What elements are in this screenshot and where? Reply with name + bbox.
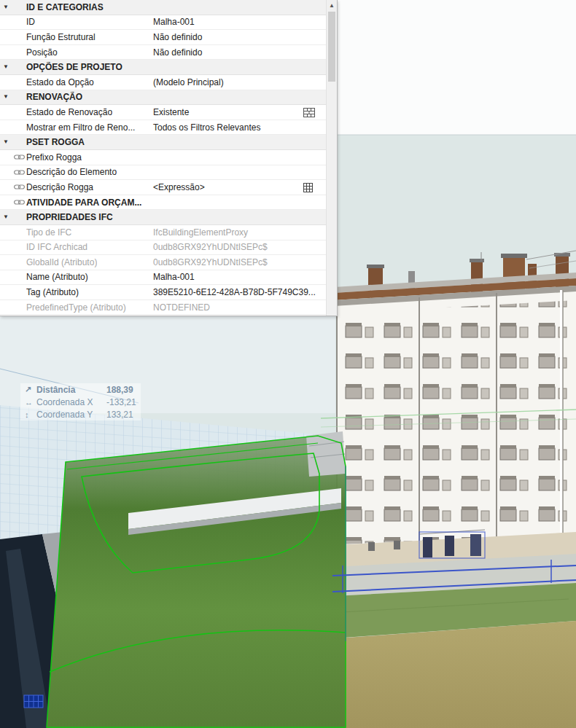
- distance-readout: ↗ Distância 188,39: [20, 383, 141, 396]
- chain-link-icon: [12, 154, 26, 160]
- scroll-up-icon: ▲: [329, 2, 335, 9]
- property-label: Tipo de IFC: [26, 227, 71, 238]
- property-label: Descrição Rogga: [26, 182, 93, 192]
- property-value: IfcBuildingElementProxy: [153, 227, 248, 238]
- property-row-globalid[interactable]: GlobalId (Atributo) 0udb8GRX92YhUDNtISEP…: [0, 255, 327, 270]
- section-header-pset-rogga[interactable]: ▼ PSET ROGGA: [0, 135, 327, 150]
- coord-y-label: Coordenada Y: [36, 410, 106, 420]
- properties-list: ▼ ID E CATEGORIAS ID Malha-001 Função Es…: [0, 0, 327, 316]
- table-grid-icon[interactable]: [303, 182, 313, 195]
- property-row-mostrar-filtro[interactable]: Mostrar em Filtro de Reno... Todos os Fi…: [0, 120, 327, 136]
- section-title: OPÇÕES DE PROJETO: [26, 62, 122, 72]
- property-value: 0udb8GRX92YhUDNtISEPc$: [153, 257, 268, 267]
- distance-arrow-icon: ↗: [25, 385, 36, 394]
- property-value[interactable]: Não definido: [153, 32, 202, 42]
- collapse-arrow-icon[interactable]: ▼: [0, 94, 12, 100]
- property-row-id[interactable]: ID Malha-001: [0, 15, 327, 31]
- property-label: ID: [26, 17, 35, 27]
- property-row-descricao-elemento[interactable]: Descrição do Elemento: [0, 165, 327, 181]
- property-row-tipo-ifc[interactable]: Tipo de IFC IfcBuildingElementProxy: [0, 225, 327, 240]
- section-title: PSET ROGGA: [26, 137, 85, 147]
- property-label: Posição: [26, 47, 58, 58]
- properties-panel: ▼ ID E CATEGORIAS ID Malha-001 Função Es…: [0, 0, 338, 316]
- property-value[interactable]: Todos os Filtros Relevantes: [153, 122, 260, 133]
- chain-link-icon: [12, 169, 26, 176]
- property-value[interactable]: <Expressão>: [153, 182, 205, 192]
- collapse-arrow-icon[interactable]: ▼: [0, 214, 12, 220]
- property-row-name-atributo[interactable]: Name (Atributo) Malha-001: [0, 270, 327, 286]
- property-value[interactable]: Malha-001: [153, 17, 195, 27]
- property-row-estado-da-opcao[interactable]: Estado da Opção (Modelo Principal): [0, 75, 327, 90]
- section-title: PROPRIEDADES IFC: [26, 212, 113, 222]
- property-row-tag-atributo[interactable]: Tag (Atributo) 389E5210-6E12-428A-B78D-5…: [0, 285, 327, 300]
- collapse-arrow-icon[interactable]: ▼: [0, 64, 12, 70]
- property-row-descricao-rogga[interactable]: Descrição Rogga <Expressão>: [0, 180, 327, 195]
- measurement-overlay: ↗ Distância 188,39 ↔ Coordenada X -133,2…: [20, 383, 141, 420]
- property-row-posicao[interactable]: Posição Não definido: [0, 45, 327, 60]
- property-value[interactable]: Existente: [153, 107, 189, 117]
- property-label: Tag (Atributo): [26, 287, 79, 297]
- coord-x-value: -133,21: [106, 397, 136, 407]
- property-label: GlobalId (Atributo): [26, 257, 97, 267]
- coord-x-label: Coordenada X: [36, 397, 106, 407]
- horizontal-arrow-icon: ↔: [25, 398, 36, 407]
- collapse-arrow-icon[interactable]: ▼: [0, 4, 12, 10]
- section-header-renovacao[interactable]: ▼ RENOVAÇÃO: [0, 90, 327, 106]
- section-title: RENOVAÇÃO: [26, 92, 82, 102]
- chain-link-icon: [12, 199, 26, 206]
- scrollbar-thumb[interactable]: [328, 12, 335, 82]
- coord-x-readout: ↔ Coordenada X -133,21: [20, 396, 141, 408]
- section-title: ID E CATEGORIAS: [26, 2, 104, 12]
- coord-y-value: 133,21: [106, 410, 133, 420]
- property-label: Função Estrutural: [26, 32, 96, 42]
- panel-scrollbar[interactable]: ▲: [326, 0, 337, 316]
- property-row-prefixo-rogga[interactable]: Prefixo Rogga: [0, 150, 327, 165]
- section-header-opcoes-de-projeto[interactable]: ▼ OPÇÕES DE PROJETO: [0, 60, 327, 75]
- property-value[interactable]: 389E5210-6E12-428A-B78D-5F749C39...: [153, 287, 316, 297]
- property-value[interactable]: (Modelo Principal): [153, 77, 224, 87]
- distance-value: 188,39: [106, 385, 133, 395]
- property-label: Name (Atributo): [26, 272, 88, 282]
- distance-label: Distância: [36, 385, 106, 395]
- section-header-id-e-categorias[interactable]: ▼ ID E CATEGORIAS: [0, 0, 327, 15]
- coord-y-readout: ↕ Coordenada Y 133,21: [20, 408, 141, 420]
- vertical-arrow-icon: ↕: [25, 410, 36, 419]
- archicad-window: ↗ Distância 188,39 ↔ Coordenada X -133,2…: [0, 0, 576, 728]
- property-label: Mostrar em Filtro de Reno...: [26, 122, 135, 133]
- property-label: Estado da Opção: [26, 77, 94, 87]
- property-label: ATIVIDADE PARA ORÇAM...: [26, 197, 141, 208]
- section-header-propriedades-ifc[interactable]: ▼ PROPRIEDADES IFC: [0, 210, 327, 225]
- property-label: Prefixo Rogga: [26, 152, 82, 163]
- property-label: Estado de Renovação: [26, 107, 112, 117]
- property-label: PredefinedType (Atributo): [26, 302, 126, 313]
- property-value[interactable]: Malha-001: [153, 272, 195, 282]
- property-row-id-ifc-archicad[interactable]: ID IFC Archicad 0udb8GRX92YhUDNtISEPc$: [0, 240, 327, 256]
- property-label: Descrição do Elemento: [26, 167, 117, 177]
- property-value: 0udb8GRX92YhUDNtISEPc$: [153, 242, 268, 252]
- property-row-atividade-orcamento[interactable]: ATIVIDADE PARA ORÇAM...: [0, 195, 327, 211]
- property-value[interactable]: Não definido: [153, 47, 202, 58]
- collapse-arrow-icon[interactable]: ▼: [0, 139, 12, 145]
- scroll-up-button[interactable]: ▲: [327, 0, 337, 11]
- chain-link-icon: [12, 184, 26, 190]
- property-label: ID IFC Archicad: [26, 242, 87, 252]
- property-value: NOTDEFINED: [153, 302, 210, 313]
- property-row-predefinedtype[interactable]: PredefinedType (Atributo) NOTDEFINED: [0, 300, 327, 316]
- property-row-estado-de-renovacao[interactable]: Estado de Renovação Existente: [0, 105, 327, 120]
- property-row-funcao-estrutural[interactable]: Função Estrutural Não definido: [0, 30, 327, 45]
- brick-wall-icon[interactable]: [303, 107, 315, 120]
